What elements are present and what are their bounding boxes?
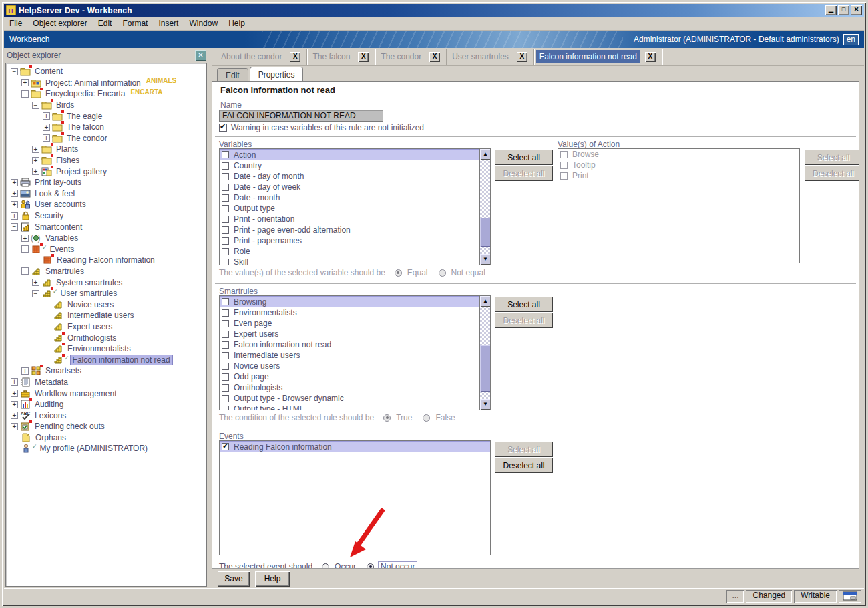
list-item-print-page-even-odd-alternation[interactable]: Print - page even-odd alternation xyxy=(220,224,490,235)
item-checkbox[interactable] xyxy=(222,173,229,180)
list-item-role[interactable]: Role xyxy=(220,246,490,257)
scroll-down-icon[interactable]: ▼ xyxy=(480,399,491,410)
tree-item-workflow-management[interactable]: +Workflow management xyxy=(6,388,206,399)
close-button[interactable]: ✕ xyxy=(851,5,862,15)
tree-item-birds[interactable]: −Birds xyxy=(6,100,206,111)
tab-edit[interactable]: Edit xyxy=(217,68,248,81)
events-deselect-all-button[interactable]: Deselect all xyxy=(495,458,553,473)
menu-window[interactable]: Window xyxy=(184,17,223,29)
tree-item-pending-check-outs[interactable]: +Pending check outs xyxy=(6,421,206,432)
action-deselect-all-button[interactable]: Deselect all xyxy=(804,166,859,181)
item-checkbox[interactable] xyxy=(560,151,568,158)
tree-item-falcon-information-not-read[interactable]: ✓Falcon information not read xyxy=(6,354,206,365)
smartrules-select-all-button[interactable]: Select all xyxy=(495,297,553,312)
tab-label[interactable]: The falcon xyxy=(309,50,353,63)
expand-icon[interactable]: + xyxy=(32,157,39,164)
scrollbar[interactable]: ▲▼ xyxy=(479,296,490,410)
collapse-icon[interactable]: − xyxy=(11,223,18,231)
item-checkbox[interactable] xyxy=(222,259,229,266)
tree-item-orphans[interactable]: Orphans xyxy=(6,432,206,444)
scroll-up-icon[interactable]: ▲ xyxy=(480,296,491,307)
tree-item-user-accounts[interactable]: +User accounts xyxy=(6,199,206,210)
radio-not-occur[interactable] xyxy=(367,563,374,569)
tree-item-content[interactable]: −Content xyxy=(6,66,206,78)
radio-label-occur[interactable]: Occur xyxy=(333,562,357,569)
list-item-date-month[interactable]: Date - month xyxy=(220,192,490,203)
tree-item-print-lay-outs[interactable]: +Print lay-outs xyxy=(6,177,206,188)
menu-file[interactable]: File xyxy=(4,17,27,29)
scroll-down-icon[interactable]: ▼ xyxy=(480,254,491,265)
expand-icon[interactable]: + xyxy=(11,401,18,408)
list-item-environmentalists[interactable]: Environmentalists xyxy=(220,307,490,318)
tab-user-smartrules[interactable]: User smartrulesX xyxy=(447,49,534,65)
collapse-icon[interactable]: − xyxy=(32,290,39,297)
tab-close-icon[interactable]: X xyxy=(290,52,300,62)
radio-label-not-occur[interactable]: Not occur xyxy=(378,561,417,569)
item-checkbox[interactable] xyxy=(222,248,229,255)
list-item-print-papernames[interactable]: Print - papernames xyxy=(220,235,490,246)
list-item-even-page[interactable]: Even page xyxy=(220,318,490,329)
action-values-list[interactable]: BrowseTooltipPrint xyxy=(558,148,800,263)
tab-properties[interactable]: Properties xyxy=(250,67,304,81)
tab-label[interactable]: Falcon information not read xyxy=(536,50,640,63)
tab-falcon-information-not-read[interactable]: Falcon information not readX xyxy=(534,49,662,65)
expand-icon[interactable]: + xyxy=(11,179,18,186)
item-checkbox[interactable] xyxy=(222,205,229,212)
variables-list[interactable]: ActionCountryDate - day of monthDate - d… xyxy=(219,148,491,265)
events-list[interactable]: ✔Reading Falcon information xyxy=(219,440,491,555)
item-checkbox[interactable] xyxy=(222,184,229,191)
tree-item-plants[interactable]: +Plants xyxy=(6,144,206,155)
tree-item-smartrules[interactable]: −Smartrules xyxy=(6,266,206,277)
item-checkbox[interactable] xyxy=(222,320,229,327)
list-item-intermediate-users[interactable]: Intermediate users xyxy=(220,350,490,361)
menu-help[interactable]: Help xyxy=(223,17,250,29)
list-item-action[interactable]: Action xyxy=(220,149,490,160)
tab-the-falcon[interactable]: The falconX xyxy=(307,49,375,65)
item-checkbox[interactable] xyxy=(222,216,229,223)
item-checkbox[interactable] xyxy=(222,331,229,338)
item-checkbox[interactable] xyxy=(222,194,229,202)
scrollbar[interactable]: ▲▼ xyxy=(479,149,490,265)
title-bar[interactable]: H HelpServer Dev - Workbench ▁ □ ✕ xyxy=(4,4,864,17)
list-item-browsing[interactable]: Browsing xyxy=(220,296,490,307)
expand-icon[interactable]: + xyxy=(11,201,18,208)
expand-icon[interactable]: + xyxy=(11,390,18,397)
tree-item-expert-users[interactable]: Expert users xyxy=(6,321,206,333)
item-checkbox[interactable] xyxy=(222,395,229,402)
item-checkbox[interactable] xyxy=(222,162,229,170)
tree-item-the-condor[interactable]: +The condor xyxy=(6,133,206,144)
tree-item-smartsets[interactable]: +Smartsets xyxy=(6,365,206,377)
expand-icon[interactable]: + xyxy=(43,124,50,131)
tree-item-project-animal-information[interactable]: +Project: Animal informationANIMALS xyxy=(6,78,206,89)
collapse-icon[interactable]: − xyxy=(32,102,39,109)
list-item-date-day-of-week[interactable]: Date - day of week xyxy=(220,182,490,192)
radio-label-true[interactable]: True xyxy=(395,413,413,422)
scroll-up-icon[interactable]: ▲ xyxy=(480,149,491,160)
list-item-odd-page[interactable]: Odd page xyxy=(220,371,490,382)
list-item-country[interactable]: Country xyxy=(220,160,490,171)
warning-checkbox[interactable]: ✔ xyxy=(219,124,227,132)
item-checkbox[interactable] xyxy=(222,352,229,359)
expand-icon[interactable]: + xyxy=(43,112,50,120)
list-item-tooltip[interactable]: Tooltip xyxy=(558,160,799,170)
list-item-novice-users[interactable]: Novice users xyxy=(220,361,490,371)
tree-item-auditing[interactable]: +Auditing xyxy=(6,399,206,410)
list-item-ornithologists[interactable]: Ornithologists xyxy=(220,382,490,393)
item-checkbox[interactable] xyxy=(222,373,229,381)
maximize-button[interactable]: □ xyxy=(838,5,849,15)
tab-label[interactable]: About the condor xyxy=(218,50,285,63)
variables-select-all-button[interactable]: Select all xyxy=(495,150,553,165)
tree-item-my-profile-administrator[interactable]: ✓My profile (ADMINISTRATOR) xyxy=(6,443,206,454)
item-checkbox[interactable] xyxy=(222,341,229,349)
item-checkbox[interactable] xyxy=(222,298,229,305)
item-checkbox[interactable]: ✔ xyxy=(222,443,229,450)
menu-object-explorer[interactable]: Object explorer xyxy=(27,17,92,29)
expand-icon[interactable]: + xyxy=(11,378,18,386)
item-checkbox[interactable] xyxy=(222,226,229,234)
menu-edit[interactable]: Edit xyxy=(93,17,118,29)
list-item-output-type-browser-dynamic[interactable]: Output type - Browser dynamic xyxy=(220,393,490,404)
collapse-icon[interactable]: − xyxy=(21,245,29,253)
action-select-all-button[interactable]: Select all xyxy=(804,150,859,165)
tab-close-icon[interactable]: X xyxy=(358,52,369,62)
tab-about-the-condor[interactable]: About the condorX xyxy=(216,49,307,65)
